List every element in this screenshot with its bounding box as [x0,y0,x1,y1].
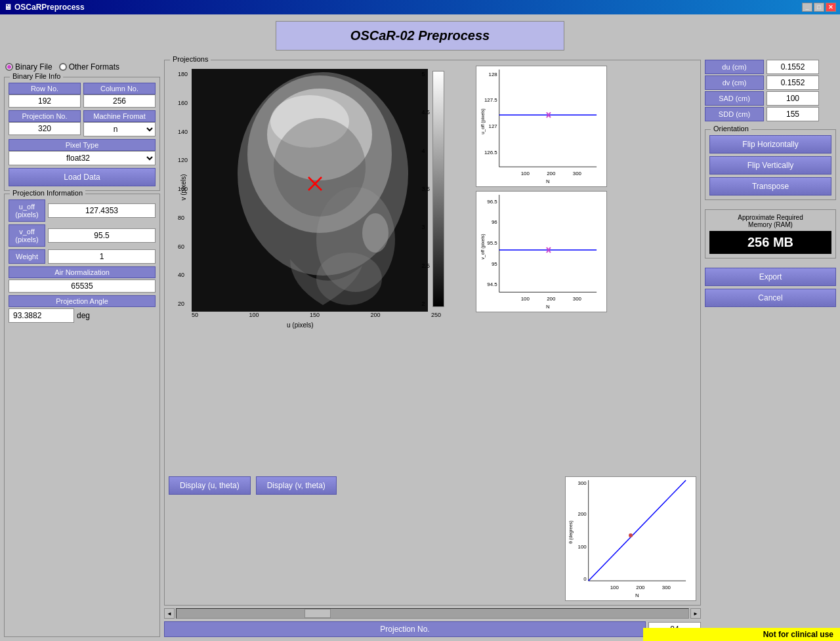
pixel-type-select[interactable]: float32 uint16 uint8 [9,151,156,165]
u-off-input[interactable] [48,203,156,218]
other-formats-radio-circle[interactable] [59,63,67,71]
scroll-right-button[interactable]: ► [690,608,701,619]
proj-angle-input[interactable] [9,308,74,323]
sdd-input[interactable] [766,107,819,121]
du-row: du (cm) [705,60,836,74]
close-button[interactable]: ✕ [826,3,836,12]
svg-text:128: 128 [489,72,498,77]
proj-angle-label: Projection Angle [9,295,156,307]
air-norm-label: Air Normalization [9,266,156,278]
proj-angle-unit: deg [77,311,90,320]
display-u-theta-button[interactable]: Display (u, theta) [169,476,251,495]
weight-row: Weight [9,249,156,264]
scrollbar-area: ◄ ► [164,608,701,619]
svg-text:200: 200 [547,171,556,176]
main-content: OSCaR-02 Preprocess Binary File Other Fo… [0,14,840,641]
sad-input[interactable] [766,91,819,106]
u-off-row: u_off (pixels) [9,199,156,222]
scroll-track[interactable] [176,608,689,619]
cancel-button[interactable]: Cancel [705,289,836,307]
center-panel: Projections v (pixels) 18016014012010080… [164,60,701,637]
load-data-button[interactable]: Load Data [9,168,156,186]
other-formats-radio[interactable]: Other Formats [59,62,119,72]
sad-row: SAD (cm) [705,91,836,106]
scroll-left-button[interactable]: ◄ [164,608,175,619]
svg-text:95: 95 [492,261,497,267]
svg-text:200: 200 [547,296,556,302]
proj-no-input[interactable] [9,122,81,135]
maximize-button[interactable]: □ [814,3,824,12]
svg-text:96: 96 [492,219,497,225]
svg-text:100: 100 [521,171,530,176]
proj-no-label: Projection No. [9,110,81,122]
sdd-label: SDD (cm) [705,107,764,121]
svg-text:u_off (pixels): u_off (pixels) [480,108,486,134]
titlebar-left: 🖥 OSCaRPreprocess [4,3,85,12]
flip-vertically-button[interactable]: Flip Vertically [709,156,831,175]
titlebar: 🖥 OSCaRPreprocess _ □ ✕ [0,0,840,14]
svg-text:100: 100 [578,544,587,550]
binary-file-label: Binary File [15,62,52,72]
charts-right: 128 127.5 127 126.5 100 200 300 N u_of [476,66,607,474]
app-title: OSCaR-02 Preprocess [276,21,564,51]
export-button[interactable]: Export [705,268,836,286]
memory-box: Approximate RequiredMemory (RAM) 256 MB [705,209,836,258]
v-off-svg: 96.5 96 95.5 95 94.5 100 200 300 N [476,192,606,312]
col-no-input[interactable] [83,94,156,108]
display-v-theta-button[interactable]: Display (v, theta) [256,476,337,495]
machine-format-group: Machine Fromat n b l [83,110,156,136]
u-off-svg: 128 127.5 127 126.5 100 200 300 N u_of [476,66,606,186]
row-no-input[interactable]: 192 [9,94,81,108]
binary-file-radio[interactable]: Binary File [5,62,52,72]
binary-file-info-title: Binary File Info [10,72,63,80]
svg-text:100: 100 [610,585,620,590]
projections-group: Projections v (pixels) 18016014012010080… [164,60,701,606]
titlebar-title: OSCaRPreprocess [14,3,85,12]
xray-y-ticks: 18016014012010080604020 [178,71,188,307]
machine-format-select[interactable]: n b l [83,122,156,136]
weight-input[interactable] [48,249,156,264]
svg-text:300: 300 [662,585,671,590]
row-no-label: Row No. [9,83,81,94]
svg-text:N: N [546,304,550,310]
sad-label: SAD (cm) [705,91,764,106]
pixel-type-label: Pixel Type [9,139,156,151]
pixel-type-group: Pixel Type float32 uint16 uint8 [9,139,156,165]
display-col: Display (u, theta) Display (v, theta) [169,476,560,495]
other-formats-label: Other Formats [69,62,119,72]
pixel-type-row: Pixel Type float32 uint16 uint8 [9,139,156,165]
v-off-input[interactable] [48,228,156,243]
col-no-group: Column No. [83,83,156,108]
display-buttons: Display (u, theta) Display (v, theta) [169,476,560,495]
svg-point-8 [274,118,366,217]
proj-angle-row: deg [9,308,156,323]
svg-text:100: 100 [521,296,530,302]
action-buttons: Export Cancel [705,268,836,307]
du-label: du (cm) [705,60,764,74]
svg-text:N: N [546,178,550,184]
col-no-label: Column No. [83,83,156,94]
titlebar-buttons[interactable]: _ □ ✕ [802,3,836,12]
svg-point-46 [629,533,633,537]
memory-value: 256 MB [709,231,831,254]
left-panel: Binary File Other Formats Binary File In… [4,60,160,637]
scroll-thumb[interactable] [304,609,331,618]
flip-horizontally-button[interactable]: Flip Horizontally [709,135,831,154]
dv-input[interactable] [766,75,819,90]
svg-text:v_off (pixels): v_off (pixels) [480,234,486,260]
transpose-button[interactable]: Transpose [709,177,831,196]
minimize-button[interactable]: _ [802,3,812,12]
svg-text:127.5: 127.5 [484,97,497,103]
theta-chart: 300 200 100 0 100 200 300 N θ (degrees) [565,476,696,601]
svg-point-6 [362,213,388,253]
binary-file-info-group: Binary File Info Row No. 192 Column No. … [4,77,160,191]
air-norm-input[interactable] [9,279,156,293]
bottom-bar: Not for clinical use [643,628,840,641]
svg-text:96.5: 96.5 [487,199,497,205]
binary-file-radio-circle[interactable] [5,63,13,71]
du-input[interactable] [766,60,819,74]
u-off-label: u_off (pixels) [9,199,45,222]
row-layout: Binary File Other Formats Binary File In… [4,60,836,637]
svg-text:200: 200 [578,511,587,517]
app-icon: 🖥 [4,3,12,12]
